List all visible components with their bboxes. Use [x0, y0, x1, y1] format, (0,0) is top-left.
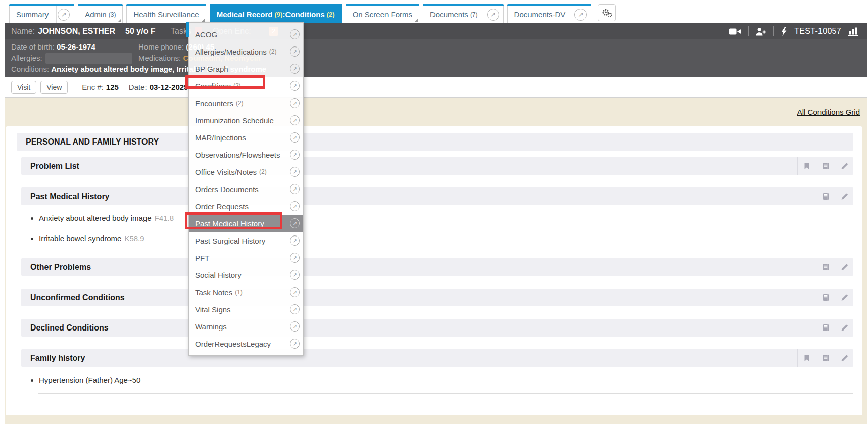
menu-item-label: Order Requests [195, 202, 249, 211]
external-link-icon[interactable]: ↗ [290, 81, 300, 91]
menu-item-order-requests[interactable]: Order Requests↗ [189, 198, 303, 215]
pencil-icon[interactable] [835, 258, 853, 276]
section-header-unconfirmed-conditions: Unconfirmed Conditions [21, 289, 853, 306]
external-link-icon[interactable]: ↗ [290, 201, 300, 211]
video-camera-icon[interactable] [729, 28, 742, 35]
menu-item-past-medical-history[interactable]: Past Medical History↗ [189, 215, 303, 232]
tab-summary[interactable]: Summary↗ [9, 4, 74, 23]
menu-item-social-history[interactable]: Social History↗ [189, 266, 303, 284]
menu-item-vital-signs[interactable]: Vital Signs↗ [189, 301, 303, 318]
lightning-icon[interactable] [780, 27, 788, 36]
menu-item-label: Past Medical History [195, 219, 264, 228]
external-link-icon[interactable]: ↗ [290, 98, 300, 108]
book-icon[interactable] [816, 157, 835, 175]
book-icon[interactable] [816, 319, 835, 337]
menu-item-bp-graph[interactable]: BP Graph↗ [189, 60, 303, 77]
external-link-icon[interactable]: ↗ [290, 184, 300, 194]
tab-documents[interactable]: Documents (7)↗ [423, 4, 504, 23]
enc-number-label: Enc #: [82, 83, 104, 91]
pencil-icon[interactable] [835, 319, 853, 337]
home-phone-label: Home phone: [138, 42, 184, 51]
menu-item-count: (2) [236, 100, 244, 107]
external-link-icon[interactable]: ↗ [290, 218, 300, 228]
book-icon[interactable] [816, 349, 835, 367]
section-family-history: Family historyHypertension (Father) Age~… [6, 349, 862, 394]
external-link-icon[interactable]: ↗ [290, 115, 300, 125]
person-add-icon[interactable] [755, 27, 766, 36]
menu-item-immunization-schedule[interactable]: Immunization Schedule↗ [189, 112, 303, 129]
menu-item-office-visits-notes[interactable]: Office Visits/Notes(2)↗ [189, 163, 303, 180]
pencil-icon[interactable] [835, 157, 853, 175]
menu-item-mar-injections[interactable]: MAR/Injections↗ [189, 129, 303, 146]
external-link-icon[interactable]: ↗ [290, 46, 300, 57]
separator [748, 26, 749, 36]
tab-documents-dv[interactable]: Documents-DV↗ [507, 4, 592, 23]
icd-code: F41.8 [155, 214, 174, 222]
section-other-problems: Other Problems [6, 258, 862, 276]
bookmark-icon[interactable] [797, 349, 816, 367]
menu-item-acog[interactable]: ACOG↗ [189, 26, 303, 43]
external-link-icon[interactable]: ↗ [290, 287, 300, 297]
tab-admin[interactable]: Admin (3) [78, 4, 123, 23]
view-button[interactable]: View [40, 81, 68, 94]
external-link-icon[interactable]: ↗ [290, 270, 300, 280]
external-link-icon[interactable]: ↗ [486, 4, 503, 23]
menu-item-observations-flowsheets[interactable]: Observations/Flowsheets↗ [189, 146, 303, 163]
section-title: PERSONAL AND FAMILY HISTORY [26, 137, 159, 147]
external-link-icon[interactable]: ↗ [290, 132, 300, 143]
external-link-icon[interactable]: ↗ [290, 304, 300, 314]
menu-item-label: Warnings [195, 322, 227, 331]
visit-button[interactable]: Visit [11, 81, 36, 94]
external-link-icon[interactable]: ↗ [290, 339, 300, 349]
menu-item-pft[interactable]: PFT↗ [189, 249, 303, 266]
menu-item-past-surgical-history[interactable]: Past Surgical History↗ [189, 232, 303, 249]
divider [38, 252, 853, 252]
menu-item-warnings[interactable]: Warnings↗ [189, 318, 303, 335]
tab-medical-record[interactable]: Medical Record (9):Conditions (2) [210, 4, 342, 23]
external-link-icon[interactable]: ↗ [56, 4, 74, 23]
external-link-icon[interactable]: ↗ [290, 167, 300, 177]
menu-item-label: Social History [195, 271, 242, 279]
medical-record-dropdown-menu: ACOG↗Allergies/Medications(2)↗BP Graph↗C… [188, 22, 304, 356]
menu-item-orders-documents[interactable]: Orders Documents↗ [189, 180, 303, 198]
menu-item-conditions[interactable]: Conditions(2)↗ [189, 77, 303, 95]
allergies-label: Allergies: [11, 54, 42, 62]
section-header-other-problems: Other Problems [21, 258, 853, 276]
external-link-icon[interactable]: ↗ [573, 4, 591, 23]
list-item: Anxiety about altered body imageF41.8 [39, 211, 853, 231]
book-icon[interactable] [816, 187, 835, 205]
external-link-icon[interactable]: ↗ [290, 253, 300, 263]
pencil-icon[interactable] [835, 289, 853, 306]
icd-code: K58.9 [124, 234, 144, 243]
redacted-allergies-value [45, 53, 132, 64]
tab-health-surveillance[interactable]: Health Surveillance [126, 4, 206, 23]
section-header-problem-list: Problem List [21, 157, 853, 175]
patient-age-sex: 50 y/o F [125, 27, 156, 36]
menu-item-encounters[interactable]: Encounters(2)↗ [189, 95, 303, 112]
condition-list: Hypertension (Father) Age~50 [29, 373, 853, 393]
all-conditions-grid-link[interactable]: All Conditions Grid [797, 108, 860, 116]
menu-item-task-notes[interactable]: Task Notes(1)↗ [189, 284, 303, 301]
external-link-icon[interactable]: ↗ [290, 321, 300, 332]
external-link-icon[interactable]: ↗ [290, 29, 300, 39]
book-icon[interactable] [816, 289, 835, 306]
external-link-icon[interactable]: ↗ [290, 235, 300, 246]
tab-on-screen-forms[interactable]: On Screen Forms [346, 4, 419, 23]
divider [38, 393, 853, 394]
menu-item-label: MAR/Injections [195, 133, 246, 142]
settings-gears-icon[interactable] [598, 4, 616, 21]
pencil-icon[interactable] [835, 349, 853, 367]
external-link-icon[interactable]: ↗ [290, 64, 300, 74]
menu-item-label: Conditions [195, 82, 231, 90]
external-link-icon[interactable]: ↗ [290, 150, 300, 160]
tab-label: Documents (7) [423, 4, 485, 23]
bar-chart-icon[interactable] [848, 27, 859, 36]
menu-item-orderrequestslegacy[interactable]: OrderRequestsLegacy↗ [189, 335, 303, 352]
bookmark-icon[interactable] [797, 157, 816, 175]
pencil-icon[interactable] [835, 187, 853, 205]
section-header-past-medical-history: Past Medical History [21, 187, 853, 205]
list-item: Hypertension (Father) Age~50 [39, 373, 853, 393]
book-icon[interactable] [816, 258, 835, 276]
menu-item-allergies-medications[interactable]: Allergies/Medications(2)↗ [189, 43, 303, 60]
menu-item-label: Task Notes [195, 288, 232, 297]
